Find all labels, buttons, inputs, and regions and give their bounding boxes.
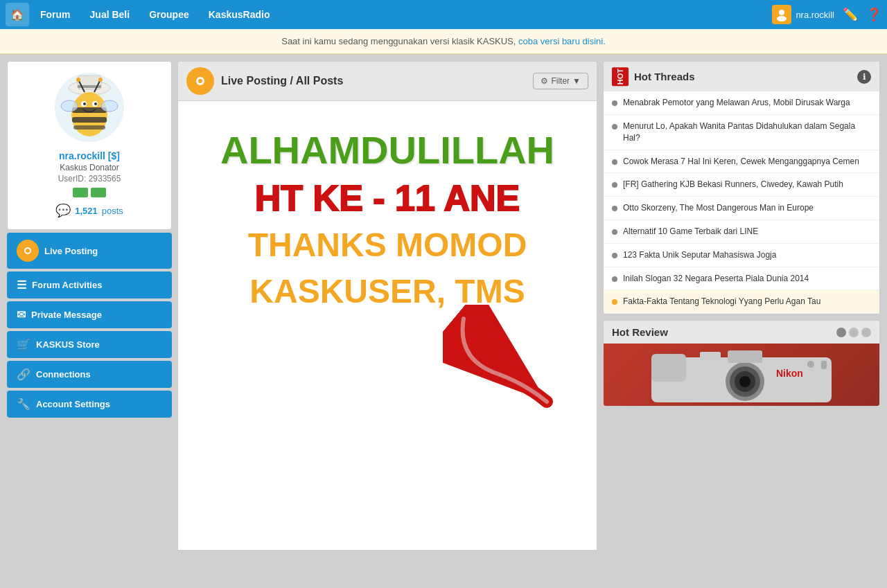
version-banner: Saat ini kamu sedang menggunakan versi k… bbox=[0, 29, 887, 54]
post-line3: THANKS MOMOD bbox=[193, 225, 581, 265]
hot-thread-text: Otto Skorzeny, The Most Dangerous Man in… bbox=[623, 202, 814, 214]
hot-thread-text: Inilah Slogan 32 Negara Peserta Piala Du… bbox=[623, 273, 809, 285]
hot-review-title: Hot Review bbox=[612, 326, 836, 338]
hot-dot bbox=[612, 229, 617, 235]
nav-groupee[interactable]: Groupee bbox=[141, 5, 197, 24]
hot-dot bbox=[612, 159, 617, 165]
status-badge-2 bbox=[91, 188, 106, 197]
review-nav-dot-3[interactable] bbox=[861, 328, 871, 337]
gear-icon: ⚙ bbox=[541, 76, 548, 86]
posts-count[interactable]: 1,521 bbox=[75, 206, 98, 216]
review-navigation bbox=[836, 328, 871, 337]
status-badge-1 bbox=[73, 188, 88, 197]
nav-forum[interactable]: Forum bbox=[32, 5, 79, 24]
filter-button[interactable]: ⚙ Filter ▼ bbox=[533, 73, 588, 89]
svg-point-20 bbox=[26, 249, 30, 253]
left-sidebar: nra.rockill [$] Kaskus Donator UserID: 2… bbox=[7, 61, 172, 551]
help-icon[interactable]: ❓ bbox=[866, 7, 881, 22]
live-posting-button[interactable]: Live Posting bbox=[7, 233, 172, 269]
hot-thread-item-highlighted[interactable]: Fakta-Fakta Tentang Teknologi Yyang Perl… bbox=[604, 290, 879, 314]
svg-rect-31 bbox=[728, 350, 762, 363]
hot-thread-item[interactable]: Otto Skorzeny, The Most Dangerous Man in… bbox=[604, 197, 879, 220]
post-image: ALHAMDULILLAH HT KE - 11 ANE THANKS MOMO… bbox=[193, 115, 581, 517]
hot-thread-item[interactable]: Cowok Merasa 7 Hal Ini Keren, Cewek Meng… bbox=[604, 150, 879, 174]
hot-dot bbox=[612, 182, 617, 188]
bee-avatar-image bbox=[58, 73, 121, 142]
svg-point-34 bbox=[807, 361, 814, 368]
svg-rect-8 bbox=[73, 125, 105, 130]
review-body: Nikon bbox=[604, 344, 879, 406]
svg-point-1 bbox=[777, 16, 787, 21]
hot-dot bbox=[612, 276, 617, 282]
main-layout: nra.rockill [$] Kaskus Donator UserID: 2… bbox=[0, 54, 887, 558]
user-avatar-icon bbox=[772, 5, 791, 24]
kaskus-store-label: KASKUS Store bbox=[36, 339, 100, 350]
chevron-down-icon: ▼ bbox=[572, 76, 581, 86]
hot-thread-item[interactable]: 123 Fakta Unik Seputar Mahasiswa Jogja bbox=[604, 244, 879, 267]
nav-jual-beli[interactable]: Jual Beli bbox=[82, 5, 139, 24]
hot-thread-text: Menurut Lo, Apakah Wanita Pantas Didahul… bbox=[623, 121, 871, 144]
private-message-icon: ✉ bbox=[17, 308, 26, 321]
live-posting-label: Live Posting bbox=[44, 246, 98, 256]
review-nav-dot-1[interactable] bbox=[836, 328, 846, 337]
connections-button[interactable]: 🔗 Connections bbox=[7, 361, 172, 388]
private-message-button[interactable]: ✉ Private Message bbox=[7, 301, 172, 328]
edit-icon[interactable]: ✏️ bbox=[843, 7, 858, 22]
user-info: nra.rockill bbox=[772, 5, 834, 24]
account-settings-label: Account Settings bbox=[36, 399, 110, 409]
hot-dot bbox=[612, 253, 617, 258]
content-title: Live Posting / All Posts bbox=[221, 75, 526, 87]
hot-badge: HOT bbox=[612, 67, 629, 86]
chat-icon: 💬 bbox=[55, 203, 71, 218]
svg-point-16 bbox=[76, 78, 80, 82]
content-body: ALHAMDULILLAH HT KE - 11 ANE THANKS MOMO… bbox=[177, 100, 597, 551]
hot-threads-header: HOT Hot Threads ℹ bbox=[604, 62, 879, 91]
post-line2: HT KE - 11 ANE bbox=[193, 179, 581, 218]
hot-thread-text: Alternatif 10 Game Terbaik dari LINE bbox=[623, 226, 758, 238]
hot-thread-text: Fakta-Fakta Tentang Teknologi Yyang Perl… bbox=[623, 296, 820, 308]
profile-username[interactable]: nra.rockill [$] bbox=[59, 150, 120, 161]
svg-rect-35 bbox=[821, 361, 827, 369]
hot-thread-item[interactable]: [FR] Gathering KJB Bekasi Runners, Ciwed… bbox=[604, 173, 879, 197]
hot-review-card: Hot Review bbox=[603, 320, 880, 407]
live-posting-icon bbox=[17, 240, 39, 262]
status-badges bbox=[19, 188, 160, 197]
username-display: nra.rockill bbox=[796, 10, 834, 20]
review-nav-dot-2[interactable] bbox=[849, 328, 859, 337]
hot-threads-list: Menabrak Pemotor yang Melawan Arus, Mobi… bbox=[604, 91, 879, 314]
forum-activities-icon: ☰ bbox=[17, 278, 26, 292]
nav-kaskus-radio[interactable]: KaskusRadio bbox=[200, 5, 279, 24]
post-arrow bbox=[193, 305, 581, 416]
lp-icon bbox=[186, 67, 214, 95]
user-role: Kaskus Donator bbox=[19, 163, 160, 172]
home-button[interactable]: 🏠 bbox=[6, 3, 29, 26]
connections-label: Connections bbox=[36, 369, 91, 380]
hot-thread-item[interactable]: Menabrak Pemotor yang Melawan Arus, Mobi… bbox=[604, 91, 879, 115]
private-message-label: Private Message bbox=[31, 310, 102, 320]
forum-activities-button[interactable]: ☰ Forum Activities bbox=[7, 271, 172, 299]
posts-label: posts bbox=[102, 206, 123, 216]
hot-thread-item[interactable]: Inilah Slogan 32 Negara Peserta Piala Du… bbox=[604, 267, 879, 291]
forum-activities-label: Forum Activities bbox=[32, 280, 102, 290]
banner-text: Saat ini kamu sedang menggunakan versi k… bbox=[281, 36, 516, 46]
hot-dot bbox=[612, 124, 617, 130]
svg-rect-26 bbox=[651, 354, 686, 382]
user-id: UserID: 2933565 bbox=[19, 174, 160, 184]
banner-link[interactable]: coba versi baru disini. bbox=[518, 36, 606, 46]
hot-thread-item[interactable]: Alternatif 10 Game Terbaik dari LINE bbox=[604, 220, 879, 244]
svg-text:Nikon: Nikon bbox=[776, 368, 803, 379]
svg-point-14 bbox=[101, 100, 118, 112]
svg-point-12 bbox=[94, 103, 97, 105]
account-settings-icon: 🔧 bbox=[17, 398, 30, 411]
svg-point-18 bbox=[98, 78, 103, 82]
hot-thread-text: 123 Fakta Unik Seputar Mahasiswa Jogja bbox=[623, 249, 776, 261]
post-line1: ALHAMDULILLAH bbox=[193, 129, 581, 172]
kaskus-store-button[interactable]: 🛒 KASKUS Store bbox=[7, 331, 172, 358]
svg-point-11 bbox=[83, 103, 86, 105]
right-sidebar: HOT Hot Threads ℹ Menabrak Pemotor yang … bbox=[603, 61, 880, 551]
hot-info-button[interactable]: ℹ bbox=[857, 70, 871, 84]
top-navigation: 🏠 Forum Jual Beli Groupee KaskusRadio nr… bbox=[0, 0, 887, 29]
hot-thread-item[interactable]: Menurut Lo, Apakah Wanita Pantas Didahul… bbox=[604, 115, 879, 150]
account-settings-button[interactable]: 🔧 Account Settings bbox=[7, 391, 172, 418]
camera-preview-image: Nikon bbox=[604, 344, 879, 406]
